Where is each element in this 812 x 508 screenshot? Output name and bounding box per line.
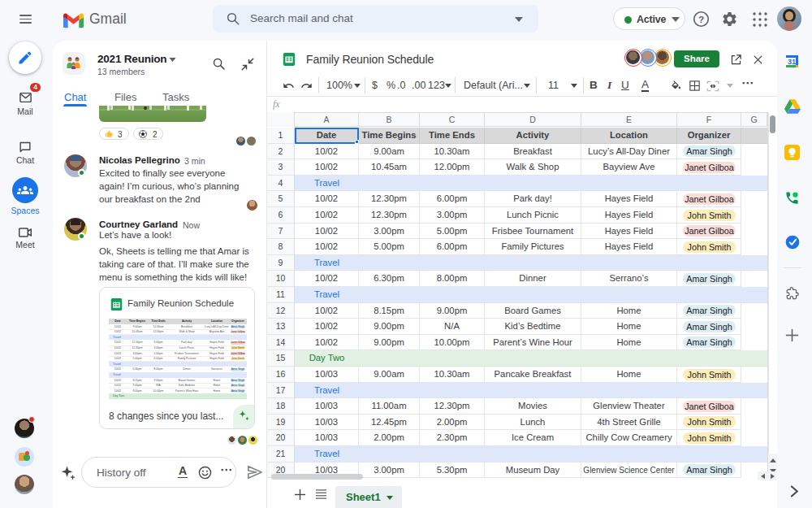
svg-text:?: ? (698, 14, 704, 25)
svg-text:31: 31 (788, 58, 796, 66)
